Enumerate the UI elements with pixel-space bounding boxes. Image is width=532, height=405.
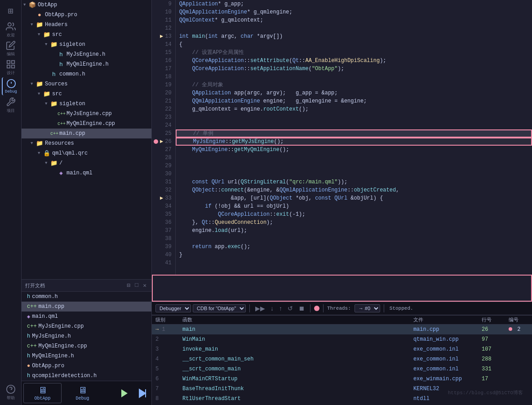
run-button[interactable] bbox=[115, 386, 133, 401]
tree-label: MyJsEngine.h bbox=[66, 51, 105, 58]
line-num-18: 18 bbox=[154, 73, 172, 81]
doc-item-qcompiler-h[interactable]: h qcompilerdetection.h bbox=[22, 371, 151, 381]
tree-item-obtapp[interactable]: ▼ 📦 ObtApp bbox=[22, 0, 151, 10]
activity-edit-icon[interactable]: 编辑 bbox=[2, 40, 20, 58]
activity-help-icon[interactable]: 帮助 bbox=[2, 383, 20, 401]
col-fn: 函数 bbox=[179, 316, 275, 325]
debug-run-button[interactable] bbox=[133, 386, 151, 401]
level-cell: → 1 bbox=[152, 325, 179, 334]
debug-stop[interactable]: ⏹ bbox=[297, 304, 306, 313]
bottom-app-bar: 🖥 ObtApp 🖥 Debug bbox=[22, 381, 151, 405]
table-row[interactable]: 5 __scrt_common_main exe_common.inl 331 bbox=[152, 364, 532, 374]
code-line-34: if (!obj && url == objUrl) bbox=[176, 202, 532, 210]
toolbar-sep-4 bbox=[384, 304, 384, 312]
code-line-11: QQmlContext* g_qmlcontext; bbox=[176, 16, 532, 24]
file-tree: ▼ 📦 ObtApp ▶ ● ObtApp.pro ▼ 📁 Headers ▼ … bbox=[22, 0, 151, 279]
empty-cell bbox=[275, 334, 410, 344]
debug-app-button[interactable]: 🖥 Debug bbox=[63, 383, 102, 403]
code-editor: 9 10 11 12 ▶13 14 15 16 17 18 19 20 21 2… bbox=[152, 0, 532, 275]
tree-item-myjsengine-h[interactable]: ▶ h MyJsEngine.h bbox=[22, 49, 151, 59]
tree-item-main-qml[interactable]: ▶ ◈ main.qml bbox=[22, 168, 151, 178]
line-cell: 288 bbox=[478, 354, 505, 364]
open-docs-section: 打开文档 ⊟ □ ✕ h common.h c++ main.cpp ◈ bbox=[22, 279, 151, 405]
open-docs-header: 打开文档 ⊟ □ ✕ bbox=[22, 280, 151, 292]
line-num-9: 9 bbox=[154, 0, 172, 8]
svg-rect-1 bbox=[7, 60, 9, 63]
doc-item-myqmlengine-h[interactable]: h MyQmlEngine.h bbox=[22, 351, 151, 361]
tree-item-common-h[interactable]: ▶ h common.h bbox=[22, 69, 151, 79]
table-row[interactable]: 2 WinMain qtmain_win.cpp 97 bbox=[152, 334, 532, 344]
activity-welcome-icon[interactable]: 欢迎 bbox=[2, 21, 20, 39]
folder-icon: 📦 bbox=[29, 1, 36, 9]
debug-step-over[interactable]: ▶▶ bbox=[253, 304, 267, 313]
debug-continue[interactable]: ↺ bbox=[286, 304, 295, 313]
activity-design-icon[interactable]: 设计 bbox=[2, 58, 20, 76]
doc-item-myjsengine-cpp[interactable]: c++ MyJsEngine.cpp bbox=[22, 321, 151, 331]
code-line-22: g_qmlcontext = engine.rootContext(); bbox=[176, 105, 532, 113]
debugger-select[interactable]: Debugger bbox=[155, 304, 191, 312]
tree-item-sigleton-cpp[interactable]: ▼ 📁 sigleton bbox=[22, 99, 151, 109]
table-row[interactable]: → 1 main main.cpp 26 2 bbox=[152, 325, 532, 334]
doc-item-common-h[interactable]: h common.h bbox=[22, 292, 151, 302]
line-num-30: 30 bbox=[154, 170, 172, 178]
doc-item-main-qml[interactable]: ◈ main.qml bbox=[22, 312, 151, 321]
debug-step-into[interactable]: ↓ bbox=[269, 304, 275, 313]
tree-item-obtapp-pro[interactable]: ▶ ● ObtApp.pro bbox=[22, 10, 151, 20]
watermark: https://blog.csd@51CTO博客 bbox=[448, 389, 523, 396]
doc-item-myjsengine-h[interactable]: h MyJsEngine.h bbox=[22, 331, 151, 341]
file-cell: exe_common.inl bbox=[410, 344, 478, 354]
debug-step-out[interactable]: ↑ bbox=[277, 304, 284, 313]
table-row[interactable]: 3 invoke_main exe_common.inl 107 bbox=[152, 344, 532, 354]
add-button[interactable]: □ bbox=[133, 281, 140, 289]
table-row[interactable]: 6 WinMainCRTStartup exe_winmain.cpp 17 bbox=[152, 374, 532, 384]
activity-grid-icon[interactable]: ⊞ bbox=[2, 2, 20, 20]
close-all-button[interactable]: ✕ bbox=[142, 281, 148, 289]
line-cell: 97 bbox=[478, 334, 505, 344]
code-content[interactable]: 9 10 11 12 ▶13 14 15 16 17 18 19 20 21 2… bbox=[152, 0, 532, 275]
line-num-34: 34 bbox=[154, 202, 172, 210]
tree-item-root-slash[interactable]: ▼ 📁 / bbox=[22, 158, 151, 168]
activity-project-icon[interactable]: 项目 bbox=[2, 96, 20, 114]
code-line-31: const QUrl url(QStringLiteral("qrc:/main… bbox=[176, 178, 532, 186]
tree-label: / bbox=[59, 160, 62, 166]
tree-item-resources[interactable]: ▼ 📁 Resources bbox=[22, 138, 151, 148]
doc-item-main-cpp[interactable]: c++ main.cpp bbox=[22, 302, 151, 312]
doc-item-myqmlengine-cpp[interactable]: c++ MyQmlEngine.cpp bbox=[22, 341, 151, 351]
code-line-36: }, Qt::QueuedConnection); bbox=[176, 218, 532, 227]
folder-icon: 📁 bbox=[36, 140, 43, 147]
doc-icon: h bbox=[27, 333, 30, 339]
activity-debug-icon[interactable]: Debug bbox=[2, 77, 20, 95]
doc-item-obtapp-pro[interactable]: ● ObtApp.pro bbox=[22, 361, 151, 371]
fn-cell: BaseThreadInitThunk bbox=[179, 384, 275, 394]
tree-item-qml-rc[interactable]: ▼ 🔒 qml\qml.qrc bbox=[22, 148, 151, 158]
tree-item-src-cpp[interactable]: ▼ 📁 src bbox=[22, 89, 151, 99]
qml-file-icon: ◈ bbox=[58, 169, 65, 177]
debug-status-text: Stopped. bbox=[390, 306, 413, 311]
tree-item-headers[interactable]: ▼ 📁 Headers bbox=[22, 20, 151, 30]
table-header-row: 级别 函数 文件 行号 编号 bbox=[152, 316, 532, 325]
line-num-13: ▶13 bbox=[154, 32, 172, 40]
split-button[interactable]: ⊟ bbox=[126, 281, 132, 289]
threads-select[interactable]: → #0 bbox=[355, 304, 380, 312]
tree-item-myqmlengine-cpp[interactable]: ▶ c++ MyQmlEngine.cpp bbox=[22, 119, 151, 129]
num-cell bbox=[505, 364, 532, 374]
tree-item-sigleton-h[interactable]: ▼ 📁 sigleton bbox=[22, 40, 151, 49]
cdb-select[interactable]: CDB for "ObtApp" bbox=[193, 304, 246, 312]
tree-item-main-cpp[interactable]: ▶ c++ main.cpp bbox=[22, 129, 151, 138]
line-cell: 331 bbox=[478, 364, 505, 374]
debug-app-icon: 🖥 bbox=[78, 385, 87, 396]
h-file-icon: h bbox=[58, 51, 65, 58]
tree-item-myqmlengine-h[interactable]: ▶ h MyQmlEngine.h bbox=[22, 59, 151, 69]
level-cell: 3 bbox=[152, 344, 179, 354]
table-row[interactable]: 4 __scrt_common_main_seh exe_common.inl … bbox=[152, 354, 532, 364]
cpp-file-icon: c++ bbox=[50, 131, 58, 136]
obtapp-app-button[interactable]: 🖥 ObtApp bbox=[23, 383, 62, 403]
tree-item-src-h[interactable]: ▼ 📁 src bbox=[22, 30, 151, 40]
tree-item-myjsengine-cpp[interactable]: ▶ c++ MyJsEngine.cpp bbox=[22, 109, 151, 119]
tree-item-sources[interactable]: ▼ 📁 Sources bbox=[22, 79, 151, 89]
code-line-30 bbox=[176, 170, 532, 178]
debug-status-circle bbox=[314, 306, 319, 311]
file-cell: exe_common.inl bbox=[410, 354, 478, 364]
code-line-26: MyJsEngine::getMyJsEngine(); bbox=[176, 138, 532, 146]
h-file-icon: h bbox=[50, 71, 58, 78]
